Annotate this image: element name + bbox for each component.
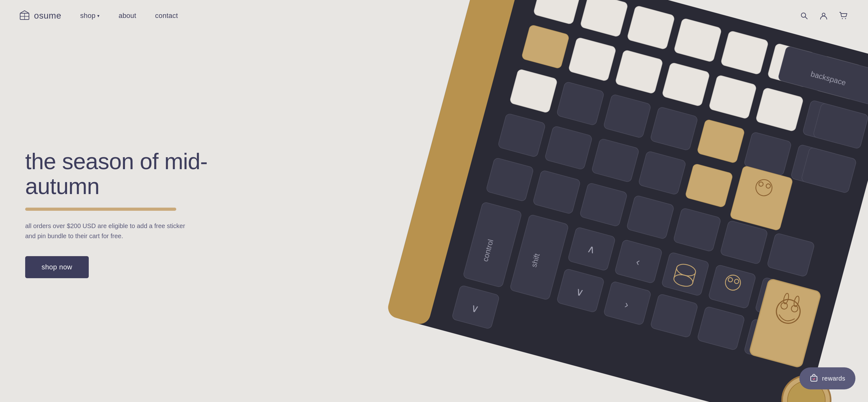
nav-about[interactable]: about [119, 12, 136, 20]
rewards-button[interactable]: rewards [799, 367, 856, 390]
hero-section: the season of mid-autumn all orders over… [0, 0, 868, 402]
logo-icon [19, 10, 30, 22]
shop-now-button[interactable]: shop now [25, 256, 89, 278]
brand-logo[interactable]: osume [19, 10, 61, 22]
hero-title: the season of mid-autumn [25, 149, 214, 199]
account-button[interactable] [818, 10, 829, 21]
svg-line-4 [805, 17, 808, 19]
cart-button[interactable] [838, 10, 849, 21]
svg-point-7 [845, 18, 846, 19]
keyboard-svg: backspace [321, 0, 868, 402]
svg-point-5 [823, 13, 825, 16]
nav-shop[interactable]: shop ▾ [80, 12, 100, 20]
nav-contact[interactable]: contact [155, 12, 178, 20]
brand-name: osume [34, 11, 61, 21]
cart-icon [839, 12, 848, 20]
hero-content: the season of mid-autumn all orders over… [0, 124, 214, 278]
nav-icons [799, 10, 849, 21]
hero-description: all orders over $200 USD are eligible to… [25, 221, 189, 241]
bag-icon [809, 373, 818, 382]
rewards-label: rewards [822, 375, 845, 382]
search-button[interactable] [799, 10, 809, 21]
svg-rect-87 [811, 376, 817, 381]
user-icon [819, 12, 828, 20]
keyboard-image: backspace [349, 0, 868, 402]
search-icon [800, 12, 808, 20]
svg-point-6 [842, 18, 843, 19]
nav-links: shop ▾ about contact [80, 12, 799, 20]
hero-divider [25, 208, 176, 211]
shop-dropdown-arrow: ▾ [97, 13, 99, 18]
navbar: osume shop ▾ about contact [0, 0, 868, 31]
rewards-bag-icon [809, 373, 818, 384]
